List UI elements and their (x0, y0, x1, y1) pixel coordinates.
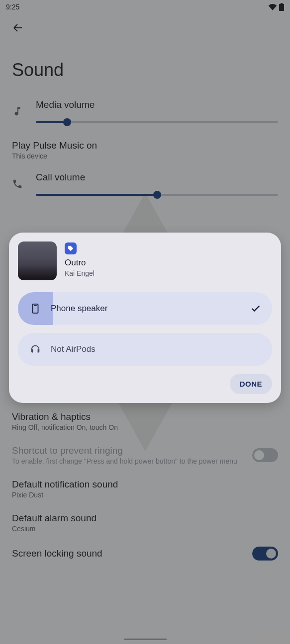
done-button[interactable]: DONE (230, 374, 272, 394)
output-option-not-airpods[interactable]: Not AirPods (18, 333, 272, 366)
tag-icon (67, 245, 74, 252)
output-option-phone-speaker[interactable]: Phone speaker (18, 292, 272, 325)
media-header: Outro Kai Engel (18, 242, 272, 280)
track-artist: Kai Engel (65, 269, 95, 277)
output-option-label: Phone speaker (51, 304, 241, 314)
phone-speaker-icon (30, 303, 41, 314)
output-switch-dialog: Outro Kai Engel Phone speaker Not AirPod… (9, 233, 281, 403)
track-title: Outro (65, 258, 95, 268)
check-icon (250, 303, 261, 314)
media-app-chip (65, 242, 77, 254)
headphones-icon (30, 344, 41, 355)
album-art (18, 242, 57, 280)
output-option-label: Not AirPods (51, 344, 261, 354)
gesture-nav-pill[interactable] (124, 639, 167, 640)
